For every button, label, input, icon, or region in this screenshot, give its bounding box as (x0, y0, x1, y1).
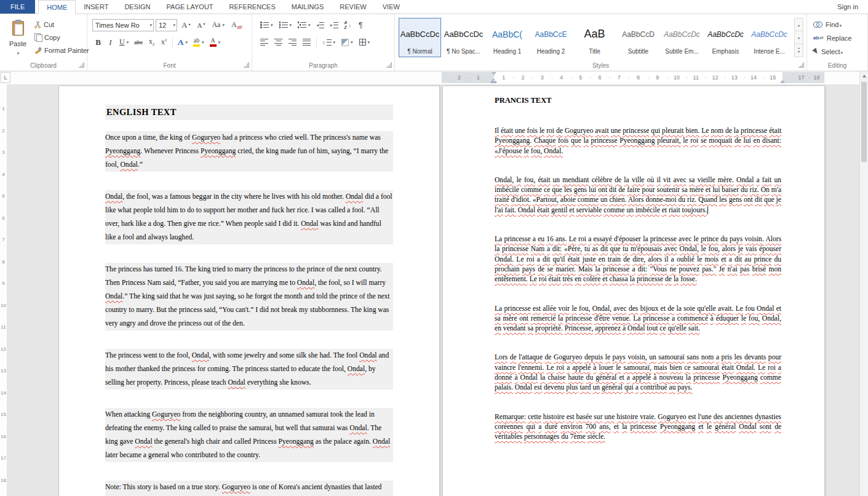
highlight-color-button[interactable]: ab (191, 36, 207, 49)
align-left-button[interactable] (258, 36, 271, 49)
borders-button[interactable] (357, 36, 373, 49)
tab-view[interactable]: VIEW (375, 0, 408, 14)
change-case-button[interactable]: Aa (209, 18, 227, 31)
document-canvas: ENGLISH TEXT Once upon a time, the king … (0, 84, 859, 496)
tab-insert[interactable]: INSERT (76, 0, 116, 14)
font-group-label: Font (87, 62, 252, 69)
superscript-button[interactable]: x2 (158, 36, 170, 49)
document-page-english[interactable]: ENGLISH TEXT Once upon a time, the king … (58, 86, 440, 496)
horizontal-ruler[interactable]: 21 123456789101112131415 1718 (442, 72, 824, 83)
style-normal[interactable]: AaBbCcDc¶ Normal (399, 18, 441, 57)
style-no-spac[interactable]: AaBbCcDc¶ No Spac... (442, 18, 485, 57)
paragraph-group-label: Paragraph (252, 62, 394, 69)
decrease-indent-button[interactable]: ◂ (314, 18, 327, 31)
document-page-french[interactable]: PRANCIS TEXT Il était une fois le roi de… (442, 86, 825, 496)
find-button[interactable]: Find (813, 18, 842, 30)
text-cursor (707, 207, 708, 214)
paragraph[interactable]: La princesse est allée voir le fou, Onda… (495, 304, 781, 334)
font-size-combo[interactable]: 12 (156, 19, 177, 31)
tab-mailings[interactable]: MAILINGS (284, 0, 332, 14)
align-right-button[interactable] (286, 36, 299, 49)
style-intense-e[interactable]: AaBbCcDcIntense E... (748, 18, 790, 57)
font-name-combo[interactable]: Times New Ro (92, 19, 154, 31)
increase-indent-button[interactable]: ▸ (328, 18, 341, 31)
paragraph[interactable]: Note: This story is based on a true stor… (105, 481, 393, 496)
tab-file[interactable]: FILE (0, 0, 35, 14)
style-heading-2[interactable]: AaBbCcEHeading 2 (530, 18, 572, 57)
italic-button[interactable]: I (105, 36, 116, 49)
dialog-launcher-icon[interactable] (79, 62, 84, 68)
gallery-scroll-up-icon[interactable] (795, 18, 803, 31)
paragraph[interactable]: Ondal, the fool, was a famous beggar in … (105, 190, 393, 244)
tab-stop-selector[interactable]: L (1, 72, 10, 83)
cut-button[interactable]: Cut (34, 19, 89, 30)
gallery-more-icon[interactable] (795, 44, 803, 57)
style-heading-1[interactable]: AaBbC(Heading 1 (486, 18, 528, 57)
tab-page-layout[interactable]: PAGE LAYOUT (159, 0, 221, 14)
grow-font-button[interactable]: A (179, 18, 193, 31)
ruler-margin-left: 21 (442, 72, 494, 83)
tab-references[interactable]: REFERENCES (221, 0, 284, 14)
sign-in[interactable]: Sign in (837, 0, 868, 14)
paragraph[interactable]: The princess went to the fool, Ondal, wi… (105, 349, 393, 390)
scroll-up-icon[interactable] (860, 71, 868, 81)
clear-formatting-button[interactable]: A (229, 18, 244, 31)
dialog-launcher-icon[interactable] (244, 62, 249, 68)
paragraph[interactable]: When attacking Goguryeo from the neighbo… (105, 408, 393, 462)
multilevel-list-button[interactable] (295, 18, 313, 31)
tab-home[interactable]: HOME (38, 0, 76, 14)
dialog-launcher-icon[interactable] (798, 62, 804, 68)
ruler-number: 2 (0, 120, 7, 142)
scrollbar-thumb[interactable] (861, 82, 867, 162)
bullets-button[interactable] (258, 18, 276, 31)
underline-button[interactable]: U (117, 36, 131, 49)
shrink-font-button[interactable]: A (194, 18, 207, 31)
bullet-list-icon (260, 22, 269, 28)
show-paragraph-marks-button[interactable]: ¶ (355, 18, 367, 31)
first-line-indent-marker[interactable] (492, 72, 496, 75)
align-center-button[interactable] (272, 36, 285, 49)
ruler-number: 2 (450, 74, 469, 81)
tab-design[interactable]: DESIGN (116, 0, 158, 14)
select-button[interactable]: Select (813, 46, 843, 57)
paste-button[interactable]: Paste (4, 18, 31, 57)
vertical-scrollbar[interactable] (859, 71, 868, 496)
hanging-indent-marker[interactable] (491, 81, 496, 83)
shading-button[interactable] (339, 36, 356, 49)
sort-button[interactable]: AZ↓ (342, 18, 354, 31)
tab-review[interactable]: REVIEW (332, 0, 374, 14)
paragraph[interactable]: The princess has turned 16. The king tri… (105, 263, 393, 330)
paragraph[interactable]: Lors de l'attaque de Goguryeo depuis le … (495, 353, 781, 393)
copy-button[interactable]: Copy (34, 32, 89, 42)
paragraph[interactable]: Remarque: cette histoire est basée sur u… (495, 412, 781, 442)
justify-button[interactable] (300, 36, 313, 49)
subscript-button[interactable]: x2 (146, 36, 157, 49)
paragraph[interactable]: La princesse a eu 16 ans. Le roi a essay… (495, 234, 781, 284)
style-emphasis[interactable]: AaBbCcDcEmphasis (704, 18, 747, 57)
styles-gallery: AaBbCcDc¶ NormalAaBbCcDc¶ No Spac...AaBb… (399, 18, 790, 57)
right-indent-marker[interactable] (780, 80, 785, 83)
paragraph[interactable]: Ondal, le fou, était un mendiant célèbre… (495, 175, 781, 215)
replace-button[interactable]: ab⇄ Replace (813, 32, 851, 44)
strikethrough-button[interactable]: abc (132, 36, 145, 49)
text-effects-button[interactable]: A (175, 36, 190, 49)
bold-button[interactable]: B (92, 36, 104, 49)
style-title[interactable]: AaBTitle (573, 18, 616, 57)
page-title[interactable]: PRANCIS TEXT (495, 96, 781, 105)
paragraph[interactable]: Il était une fois le roi de Goguryeo ava… (495, 126, 781, 156)
line-spacing-button[interactable]: ↕ (320, 36, 338, 49)
gallery-scroll-down-icon[interactable] (795, 31, 803, 44)
style-subtle-em[interactable]: AaBbCcDcSubtle Em... (661, 18, 703, 57)
ruler-number: 7 (610, 74, 629, 81)
ruler-number: 2 (513, 74, 532, 81)
format-painter-button[interactable]: Format Painter (34, 45, 89, 55)
vertical-ruler-numbers[interactable]: 123456789101112131415161718 (0, 84, 7, 496)
page-title[interactable]: ENGLISH TEXT (105, 105, 393, 120)
dialog-launcher-icon[interactable] (386, 62, 392, 68)
paragraph[interactable]: Once upon a time, the king of Goguryeo h… (105, 131, 393, 172)
line-spacing-icon (327, 39, 332, 46)
style-subtitle[interactable]: AaBbCcDSubtitle (617, 18, 659, 57)
font-color-button[interactable]: A (207, 36, 223, 49)
numbering-button[interactable] (277, 18, 295, 31)
ruler-number: 10 (667, 74, 686, 81)
